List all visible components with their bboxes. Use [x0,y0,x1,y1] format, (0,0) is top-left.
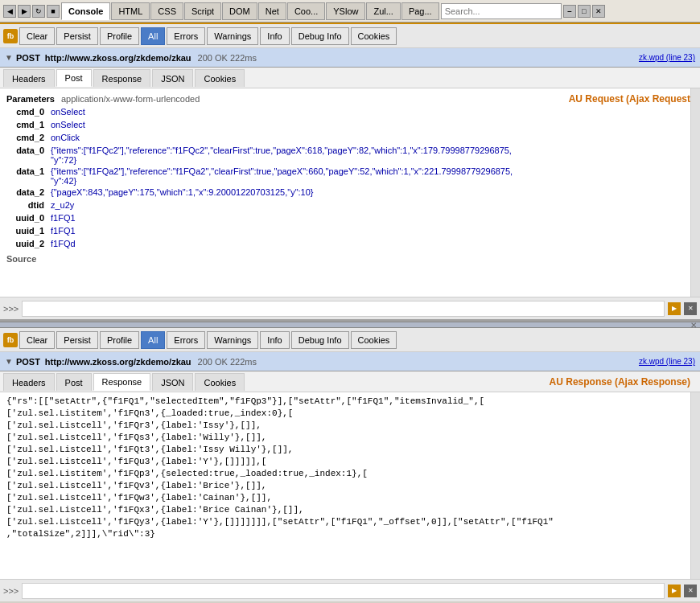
response-header-bar: ▼ POST http://www.zkoss.org/zkdemo/zkau … [0,352,700,371]
errors-button-top[interactable]: Errors [167,27,205,45]
response-pane: ▼ POST http://www.zkoss.org/zkdemo/zkau … [0,352,700,601]
browser-tabs: Console HTML CSS Script DOM Net Coo... Y… [61,2,439,20]
cookies-button-bottom[interactable]: Cookies [351,331,397,349]
console-input-bottom[interactable] [22,583,665,599]
refresh-icon[interactable]: ↻ [32,5,45,18]
persist-button-bottom[interactable]: Persist [56,331,98,349]
info-button-top[interactable]: Info [260,27,289,45]
au-request-label: AU Request (Ajax Request) [569,93,694,105]
stop-icon[interactable]: ■ [47,5,60,18]
cookies-button-top[interactable]: Cookies [351,27,397,45]
resp-sub-tab-json[interactable]: JSON [152,373,193,391]
response-source-link[interactable]: zk.wpd (line 23) [639,357,695,366]
console-bar-top: >>> ▶ ✕ [0,297,700,319]
console-prompt-icon: >>> [3,304,19,314]
param-name-cmd1: cmd_1 [6,120,51,131]
window-close-icon[interactable]: ✕ [592,5,605,18]
param-value-uuid1: f1FQ1 [51,226,694,237]
response-scrollbar-right[interactable] [690,392,700,579]
collapse-arrow-icon[interactable]: ▼ [5,53,13,62]
params-label: Parameters [6,94,55,104]
scrollbar-right[interactable] [690,88,700,297]
tab-script[interactable]: Script [184,2,221,20]
window-maximize-icon[interactable]: □ [578,5,591,18]
tab-yslow[interactable]: YSlow [326,2,365,20]
console-prompt-bottom-icon: >>> [3,586,19,596]
tab-css[interactable]: CSS [150,2,183,20]
params-type: application/x-www-form-urlencoded [61,94,200,104]
response-content: {"rs":[["setAttr",{"f1FQ1","selectedItem… [0,392,700,544]
all-button-bottom[interactable]: All [141,331,165,349]
request-method: POST [16,53,40,63]
param-value-data1: {"items":["f1FQa2"],"reference":"f1FQa2"… [51,166,694,186]
profile-button-top[interactable]: Profile [100,27,139,45]
response-sub-tabs: Headers Post Response JSON Cookies AU Re… [0,371,700,392]
response-collapse-arrow-icon[interactable]: ▼ [5,357,13,366]
param-row-cmd1: cmd_1 onSelect [0,119,700,132]
persist-button-top[interactable]: Persist [56,27,98,45]
request-status: 200 OK 222ms [198,53,257,63]
console-input-top[interactable] [22,301,665,317]
debug-button-bottom[interactable]: Debug Info [291,331,349,349]
param-row-uuid2: uuid_2 f1FQd [0,238,700,251]
tab-html[interactable]: HTML [111,2,150,20]
forward-icon[interactable]: ▶ [18,5,31,18]
tab-dom[interactable]: DOM [222,2,257,20]
clear-button-top[interactable]: Clear [19,27,55,45]
firebug-top-toolbar: fb Clear Persist Profile All Errors Warn… [0,24,700,48]
param-row-data0: data_0 {"items":["f1FQc2"],"reference":"… [0,145,700,166]
tab-pag[interactable]: Pag... [401,2,439,20]
param-row-dtid: dtid z_u2y [0,199,700,212]
param-name-dtid: dtid [6,200,51,211]
sub-tab-headers[interactable]: Headers [3,69,55,87]
console-clear-icon[interactable]: ✕ [684,302,697,315]
request-source-link[interactable]: zk.wpd (line 23) [639,53,695,62]
errors-button-bottom[interactable]: Errors [167,331,205,349]
divider-close-icon[interactable]: ✕ [690,321,697,330]
request-content-wrapper: Parameters application/x-www-form-urlenc… [0,88,700,297]
param-value-cmd1: onSelect [51,120,694,131]
request-sub-tabs: Headers Post Response JSON Cookies [0,68,700,88]
browser-toolbar: ◀ ▶ ↻ ■ Console HTML CSS Script DOM Net … [0,0,700,23]
warnings-button-top[interactable]: Warnings [207,27,258,45]
debug-button-top[interactable]: Debug Info [291,27,349,45]
params-header: Parameters application/x-www-form-urlenc… [0,92,700,106]
param-value-uuid0: f1FQ1 [51,213,694,224]
param-name-data0: data_0 [6,146,51,165]
console-clear-bottom-icon[interactable]: ✕ [684,585,697,597]
tab-net[interactable]: Net [258,2,286,20]
clear-button-bottom[interactable]: Clear [19,331,55,349]
resp-sub-tab-cookies[interactable]: Cookies [195,373,245,391]
console-bar-bottom: >>> ▶ ✕ [0,579,700,601]
sub-tab-response[interactable]: Response [93,69,151,87]
browser-search-input[interactable] [441,3,562,19]
pane-divider[interactable]: ✕ [0,322,700,328]
window-minimize-icon[interactable]: ‒ [563,5,576,18]
sub-tab-post[interactable]: Post [56,69,92,87]
tab-zul[interactable]: Zul... [366,2,400,20]
tab-coo[interactable]: Coo... [287,2,325,20]
param-row-uuid1: uuid_1 f1FQ1 [0,225,700,238]
param-row-data2: data_2 {"pageX":843,"pageY":175,"which":… [0,187,700,199]
tab-console[interactable]: Console [61,2,110,20]
info-button-bottom[interactable]: Info [260,331,289,349]
param-value-dtid: z_u2y [51,200,694,211]
profile-button-bottom[interactable]: Profile [100,331,139,349]
param-name-cmd2: cmd_2 [6,133,51,144]
sub-tab-cookies[interactable]: Cookies [195,69,245,87]
param-value-uuid2: f1FQd [51,239,694,250]
response-url: http://www.zkoss.org/zkdemo/zkau [45,357,191,367]
console-run-icon[interactable]: ▶ [668,302,681,315]
resp-sub-tab-response[interactable]: Response [93,373,151,391]
sub-tab-json[interactable]: JSON [152,69,193,87]
resp-sub-tab-post[interactable]: Post [56,373,92,391]
warnings-button-bottom[interactable]: Warnings [207,331,258,349]
param-value-data0: {"items":["f1FQc2"],"reference":"f1FQc2"… [51,146,694,165]
back-icon[interactable]: ◀ [3,5,16,18]
console-run-bottom-icon[interactable]: ▶ [668,585,681,597]
all-button-top[interactable]: All [141,27,165,45]
firebug-bottom-toolbar: fb Clear Persist Profile All Errors Warn… [0,328,700,352]
firebug-icon-bottom: fb [3,333,18,347]
resp-sub-tab-headers[interactable]: Headers [3,373,55,391]
firebug-icon: fb [3,29,18,43]
